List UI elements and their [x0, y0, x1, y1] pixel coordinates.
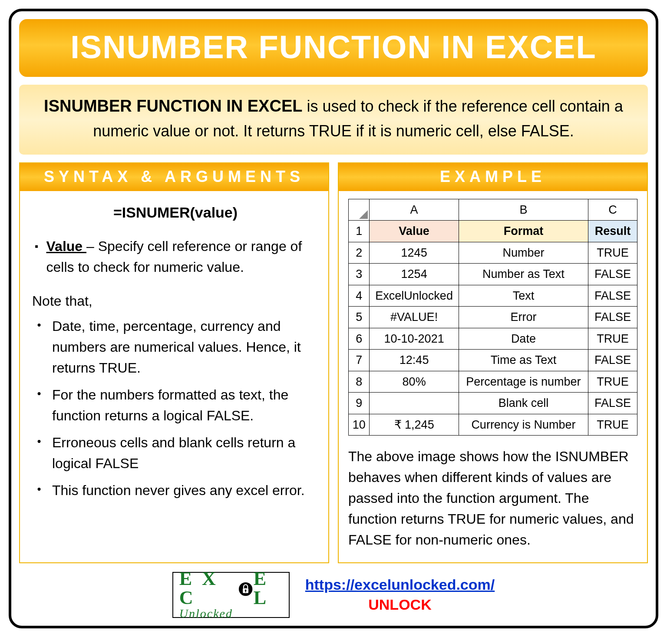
row-header: 1 [349, 221, 370, 242]
select-all-corner [349, 199, 370, 221]
bullet-square-icon: ▪ [35, 236, 39, 253]
infographic-card: ISNUMBER FUNCTION IN EXCEL ISNUMBER FUNC… [9, 9, 658, 628]
table-row: 10 ₹ 1,245 Currency is Number TRUE [349, 414, 637, 436]
row-header: 7 [349, 350, 370, 371]
cell: 80% [370, 371, 459, 393]
cell: FALSE [588, 285, 637, 307]
table-row: 5 #VALUE! Error FALSE [349, 307, 637, 328]
cell: FALSE [588, 393, 637, 414]
cell: Currency is Number [459, 414, 588, 436]
syntax-header: SYNTAX & ARGUMENTS [20, 163, 328, 191]
cell: ₹ 1,245 [370, 414, 459, 436]
svg-rect-3 [245, 591, 246, 592]
cell: Text [459, 285, 588, 307]
cell-header-format: Format [459, 221, 588, 242]
footer-links: https://excelunlocked.com/ UNLOCK [305, 575, 495, 615]
cell: TRUE [588, 414, 637, 436]
cell: ExcelUnlocked [370, 285, 459, 307]
brand-logo: E X C E L Unlocked [172, 572, 290, 618]
example-header: EXAMPLE [339, 163, 647, 191]
row-header: 9 [349, 393, 370, 414]
cell: TRUE [588, 328, 637, 350]
table-row: 9 Blank cell FALSE [349, 393, 637, 414]
example-body: A B C 1 Value Format Result 2 1245 Numbe… [339, 191, 647, 563]
row-header: 6 [349, 328, 370, 350]
cell-header-value: Value [370, 221, 459, 242]
note-list: •Date, time, percentage, currency and nu… [35, 316, 316, 501]
columns: SYNTAX & ARGUMENTS =ISNUMER(value) ▪ Val… [19, 162, 648, 564]
note-heading: Note that, [32, 291, 316, 311]
col-header-b: B [459, 199, 588, 221]
logo-top-text: E X C E L [179, 569, 289, 608]
cell: TRUE [588, 371, 637, 393]
list-item: •For the numbers formatted as text, the … [35, 384, 316, 426]
logo-bottom-text: Unlocked [179, 607, 289, 621]
col-header-c: C [588, 199, 637, 221]
cell: FALSE [588, 350, 637, 371]
example-description: The above image shows how the ISNUMBER b… [348, 446, 637, 550]
example-table: A B C 1 Value Format Result 2 1245 Numbe… [348, 199, 637, 436]
cell: FALSE [588, 307, 637, 328]
cell: Date [459, 328, 588, 350]
cell: Percentage is number [459, 371, 588, 393]
table-row: 8 80% Percentage is number TRUE [349, 371, 637, 393]
cell: TRUE [588, 242, 637, 264]
table-row: 2 1245 Number TRUE [349, 242, 637, 264]
example-column: EXAMPLE A B C 1 Value Format Result [338, 162, 648, 564]
cell [370, 393, 459, 414]
bullet-dot-icon: • [35, 384, 43, 400]
list-item: •Erroneous cells and blank cells return … [35, 432, 316, 474]
note-text: Erroneous cells and blank cells return a… [52, 432, 316, 474]
website-link[interactable]: https://excelunlocked.com/ [305, 576, 495, 593]
page-title: ISNUMBER FUNCTION IN EXCEL [23, 29, 644, 66]
row-header: 3 [349, 264, 370, 285]
note-text: Date, time, percentage, currency and num… [52, 316, 316, 378]
row-header: 5 [349, 307, 370, 328]
list-item: •Date, time, percentage, currency and nu… [35, 316, 316, 378]
argument-text: Value – Specify cell reference or range … [46, 236, 316, 277]
table-row: 4 ExcelUnlocked Text FALSE [349, 285, 637, 307]
note-text: For the numbers formatted as text, the f… [52, 384, 316, 426]
cell: 12:45 [370, 350, 459, 371]
bullet-dot-icon: • [35, 480, 43, 496]
title-banner: ISNUMBER FUNCTION IN EXCEL [19, 19, 648, 77]
cell: Number as Text [459, 264, 588, 285]
intro-banner: ISNUMBER FUNCTION IN EXCEL is used to ch… [19, 85, 648, 155]
table-row: 3 1254 Number as Text FALSE [349, 264, 637, 285]
cell: FALSE [588, 264, 637, 285]
cell: 1245 [370, 242, 459, 264]
lock-icon [238, 581, 253, 596]
cell: Number [459, 242, 588, 264]
row-header: 4 [349, 285, 370, 307]
bullet-dot-icon: • [35, 432, 43, 448]
argument-name: Value [46, 238, 87, 254]
cell: Error [459, 307, 588, 328]
cell-header-result: Result [588, 221, 637, 242]
list-item: •This function never gives any excel err… [35, 480, 316, 501]
intro-bold: ISNUMBER FUNCTION IN EXCEL [44, 97, 302, 115]
bullet-dot-icon: • [35, 316, 43, 332]
syntax-body: =ISNUMER(value) ▪ Value – Specify cell r… [20, 191, 328, 519]
footer: E X C E L Unlocked https://excelunlocked… [19, 572, 648, 618]
table-row: 1 Value Format Result [349, 221, 637, 242]
col-header-a: A [370, 199, 459, 221]
row-header: 10 [349, 414, 370, 436]
argument-row: ▪ Value – Specify cell reference or rang… [35, 236, 316, 277]
cell: Time as Text [459, 350, 588, 371]
row-header: 8 [349, 371, 370, 393]
table-row: A B C [349, 199, 637, 221]
cell: 1254 [370, 264, 459, 285]
table-row: 7 12:45 Time as Text FALSE [349, 350, 637, 371]
cell: 10-10-2021 [370, 328, 459, 350]
cell: #VALUE! [370, 307, 459, 328]
table-row: 6 10-10-2021 Date TRUE [349, 328, 637, 350]
unlock-text: UNLOCK [305, 595, 495, 615]
syntax-formula: =ISNUMER(value) [35, 201, 316, 224]
row-header: 2 [349, 242, 370, 264]
note-text: This function never gives any excel erro… [52, 480, 316, 501]
cell: Blank cell [459, 393, 588, 414]
syntax-column: SYNTAX & ARGUMENTS =ISNUMER(value) ▪ Val… [19, 162, 329, 564]
